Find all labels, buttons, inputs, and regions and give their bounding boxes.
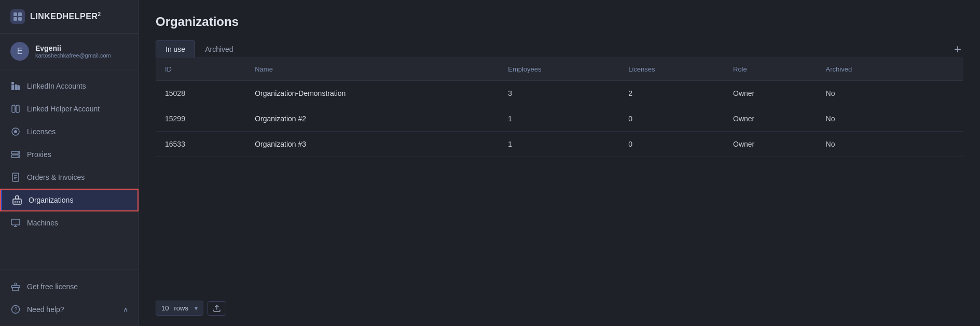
sidebar-item-linkedin-accounts[interactable]: LinkedIn Accounts bbox=[0, 75, 139, 97]
cell-id: 15299 bbox=[156, 106, 245, 132]
cell-name: Organization #2 bbox=[245, 106, 499, 132]
svg-point-15 bbox=[18, 156, 19, 157]
cell-name: Organization-Demonstration bbox=[245, 81, 499, 106]
linkedinaccounts-icon bbox=[10, 81, 21, 91]
sidebar-item-organizations[interactable]: Organizations bbox=[0, 189, 139, 211]
cell-employees: 1 bbox=[499, 106, 619, 132]
sidebar: LINKEDHELPER2 E Evgenii kartoshechkafree… bbox=[0, 0, 139, 326]
chevron-up-icon: ∧ bbox=[123, 305, 128, 314]
user-email: kartoshechkafree@gmail.com bbox=[35, 52, 111, 59]
needhelp-icon: ? bbox=[10, 304, 21, 315]
nav-menu: LinkedIn Accounts Linked Helper Account … bbox=[0, 69, 139, 270]
table-row[interactable]: 16533 Organization #3 1 0 Owner No bbox=[156, 132, 963, 157]
cell-role: Owner bbox=[724, 132, 817, 157]
sidebar-item-label: Machines bbox=[27, 219, 58, 227]
col-header-actions bbox=[920, 58, 963, 81]
sidebar-item-need-help[interactable]: ? Need help? ∧ bbox=[0, 298, 139, 321]
cell-archived: No bbox=[817, 81, 920, 106]
sidebar-item-label: LinkedIn Accounts bbox=[27, 82, 86, 90]
user-info: Evgenii kartoshechkafree@gmail.com bbox=[35, 44, 111, 59]
table-header-row: ID Name Employees Licenses Role Archived bbox=[156, 58, 963, 81]
linkedhelper-icon bbox=[10, 104, 21, 114]
svg-rect-26 bbox=[11, 219, 20, 225]
rows-label: rows bbox=[174, 304, 188, 312]
pagination-bar: 10 rows ▾ bbox=[156, 293, 963, 316]
sidebar-item-label: Proxies bbox=[27, 150, 51, 159]
cell-id: 15028 bbox=[156, 81, 245, 106]
sidebar-item-get-free-license[interactable]: Get free license bbox=[0, 275, 139, 298]
main-content: Organizations In use Archived + ID Name … bbox=[139, 0, 980, 326]
sidebar-item-label: Orders & Invoices bbox=[27, 173, 85, 181]
col-header-name: Name bbox=[245, 58, 499, 81]
proxies-icon bbox=[10, 149, 21, 160]
cell-licenses: 0 bbox=[619, 106, 724, 132]
organizations-table: ID Name Employees Licenses Role Archived… bbox=[156, 58, 963, 157]
chevron-down-icon: ▾ bbox=[195, 305, 198, 312]
cell-employees: 1 bbox=[499, 132, 619, 157]
logo-icon bbox=[10, 9, 25, 24]
app-title: LINKEDHELPER2 bbox=[30, 11, 101, 21]
svg-rect-30 bbox=[12, 288, 19, 291]
tabs-bar: In use Archived + bbox=[156, 40, 963, 58]
cell-role: Owner bbox=[724, 81, 817, 106]
col-header-archived: Archived bbox=[817, 58, 920, 81]
sidebar-item-label: Organizations bbox=[29, 196, 73, 204]
upload-icon bbox=[213, 305, 220, 312]
sidebar-item-linked-helper-account[interactable]: Linked Helper Account bbox=[0, 97, 139, 120]
sidebar-item-licenses[interactable]: Licenses bbox=[0, 120, 139, 143]
sidebar-item-label: Get free license bbox=[27, 282, 78, 291]
rows-per-page-selector[interactable]: 10 rows ▾ bbox=[156, 301, 203, 316]
machines-icon bbox=[10, 218, 21, 228]
svg-rect-1 bbox=[18, 12, 22, 16]
sidebar-item-proxies[interactable]: Proxies bbox=[0, 143, 139, 166]
sidebar-item-orders-invoices[interactable]: Orders & Invoices bbox=[0, 166, 139, 189]
sidebar-item-machines[interactable]: Machines bbox=[0, 211, 139, 234]
cell-archived: No bbox=[817, 132, 920, 157]
svg-rect-0 bbox=[13, 12, 17, 16]
freelicense-icon bbox=[10, 281, 21, 292]
svg-point-11 bbox=[14, 130, 17, 133]
export-button[interactable] bbox=[208, 301, 226, 316]
cell-role: Owner bbox=[724, 106, 817, 132]
svg-rect-7 bbox=[12, 105, 15, 112]
col-header-role: Role bbox=[724, 58, 817, 81]
sidebar-item-label: Licenses bbox=[27, 127, 56, 136]
licenses-icon bbox=[10, 126, 21, 137]
svg-rect-2 bbox=[13, 17, 17, 21]
orders-icon bbox=[10, 172, 21, 182]
cell-employees: 3 bbox=[499, 81, 619, 106]
cell-id: 16533 bbox=[156, 132, 245, 157]
svg-text:?: ? bbox=[15, 307, 18, 313]
col-header-employees: Employees bbox=[499, 58, 619, 81]
sidebar-item-label: Linked Helper Account bbox=[27, 105, 100, 113]
avatar: E bbox=[10, 42, 29, 61]
svg-rect-4 bbox=[11, 84, 14, 90]
user-section: E Evgenii kartoshechkafree@gmail.com bbox=[0, 34, 139, 69]
cell-actions bbox=[920, 132, 963, 157]
svg-rect-5 bbox=[11, 82, 14, 84]
user-name: Evgenii bbox=[35, 44, 111, 52]
col-header-id: ID bbox=[156, 58, 245, 81]
add-organization-button[interactable]: + bbox=[952, 43, 963, 55]
sidebar-item-label: Need help? bbox=[27, 305, 64, 314]
cell-actions bbox=[920, 81, 963, 106]
table-body: 15028 Organization-Demonstration 3 2 Own… bbox=[156, 81, 963, 157]
logo-area: LINKEDHELPER2 bbox=[0, 0, 139, 34]
cell-actions bbox=[920, 106, 963, 132]
table-row[interactable]: 15299 Organization #2 1 0 Owner No bbox=[156, 106, 963, 132]
organizations-icon bbox=[12, 195, 22, 205]
svg-rect-21 bbox=[16, 196, 19, 199]
cell-archived: No bbox=[817, 106, 920, 132]
svg-rect-3 bbox=[18, 17, 22, 21]
cell-name: Organization #3 bbox=[245, 132, 499, 157]
tab-archived[interactable]: Archived bbox=[195, 40, 243, 58]
cell-licenses: 2 bbox=[619, 81, 724, 106]
page-title: Organizations bbox=[156, 15, 963, 29]
svg-rect-6 bbox=[15, 84, 18, 90]
table-row[interactable]: 15028 Organization-Demonstration 3 2 Own… bbox=[156, 81, 963, 106]
svg-rect-8 bbox=[16, 105, 19, 112]
tab-in-use[interactable]: In use bbox=[156, 40, 195, 58]
organizations-table-container: ID Name Employees Licenses Role Archived… bbox=[156, 58, 963, 293]
svg-point-14 bbox=[18, 152, 19, 153]
sidebar-bottom: Get free license ? Need help? ∧ bbox=[0, 270, 139, 326]
